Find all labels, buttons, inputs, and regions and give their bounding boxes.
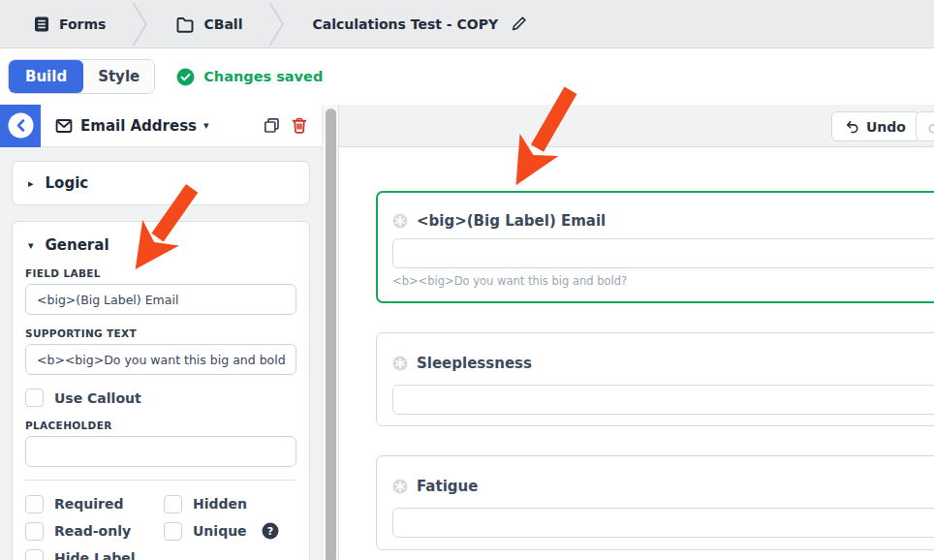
form-title: Calculations Test - COPY (312, 16, 498, 32)
redo-icon (927, 119, 934, 134)
field-input[interactable] (392, 238, 934, 268)
general-section-toggle[interactable]: ▾ General (25, 235, 296, 255)
collapse-sidebar-button[interactable] (0, 105, 41, 147)
chevron-down-icon[interactable]: ▾ (203, 119, 209, 132)
check-circle-icon (176, 68, 195, 86)
undo-button[interactable]: Undo (831, 111, 919, 141)
form-canvas: <big>(Big Label) Email <b><big>Do you wa… (339, 147, 934, 550)
undo-label: Undo (866, 119, 906, 135)
back-chevron-icon (8, 112, 34, 139)
placeholder-label: PLACEHOLDER (25, 420, 296, 431)
edit-pencil-icon (511, 16, 527, 32)
delete-field-button[interactable] (291, 116, 308, 135)
breadcrumb-separator (132, 0, 149, 48)
form-canvas-panel: Undo (339, 105, 934, 560)
mode-toggle: Build Style (8, 59, 155, 94)
sidebar-header: Email Address ▾ (0, 105, 322, 147)
form-field-card-sleeplessness[interactable]: Sleeplessness (376, 332, 934, 426)
asterisk-circle-icon (392, 479, 408, 494)
use-callout-label: Use Callout (54, 390, 141, 406)
svg-text:?: ? (266, 525, 272, 538)
hide-label-label: Hide Label (54, 550, 136, 560)
general-section-title: General (46, 236, 109, 254)
tab-build[interactable]: Build (9, 60, 83, 93)
read-only-option: Read-only (25, 521, 164, 541)
breadcrumb-workspace[interactable]: CBall (175, 16, 242, 33)
field-label-row: Fatigue (392, 478, 934, 495)
save-status-text: Changes saved (203, 69, 323, 84)
canvas-toolbar: Undo (339, 105, 934, 147)
field-input[interactable] (392, 508, 934, 538)
field-options-grid: Required Hidden Read-only Unique (25, 492, 296, 560)
required-label: Required (54, 496, 123, 512)
redo-button[interactable] (916, 111, 934, 141)
collapsed-triangle-icon: ▸ (28, 177, 34, 190)
read-only-label: Read-only (54, 523, 131, 539)
duplicate-icon (263, 116, 281, 135)
rename-form-button[interactable] (511, 16, 527, 32)
field-label-row: <big>(Big Label) Email (392, 212, 934, 230)
unique-help-button[interactable]: ? (262, 522, 279, 540)
field-label: Sleeplessness (417, 355, 532, 372)
trash-icon (291, 116, 308, 135)
use-callout-option: Use Callout (25, 389, 296, 407)
expanded-triangle-icon: ▾ (28, 239, 34, 252)
asterisk-circle-icon (392, 356, 408, 371)
breadcrumb: Forms CBall Calculations Test - COPY (0, 0, 934, 48)
placeholder-input[interactable] (25, 436, 296, 467)
breadcrumb-workspace-label: CBall (203, 16, 242, 32)
mode-bar: Build Style Changes saved (0, 48, 934, 105)
field-label-row: Sleeplessness (392, 355, 934, 372)
logic-section-title: Logic (46, 174, 89, 192)
field-type-selector[interactable]: Email Address (80, 117, 197, 135)
asterisk-circle-icon (392, 213, 408, 229)
sidebar-body: ▸ Logic ▾ General FIELD LABEL SUPPORTING… (0, 147, 322, 560)
general-section: ▾ General FIELD LABEL SUPPORTING TEXT Us… (12, 221, 310, 560)
form-field-card-email[interactable]: <big>(Big Label) Email <b><big>Do you wa… (376, 191, 934, 303)
section-divider (25, 480, 296, 481)
field-label: <big>(Big Label) Email (417, 212, 606, 230)
hidden-label: Hidden (193, 496, 247, 512)
field-supporting-text: <b><big>Do you want this big and bold? (392, 274, 934, 288)
email-field-icon (55, 117, 73, 135)
field-label-label: FIELD LABEL (25, 267, 296, 279)
duplicate-field-button[interactable] (263, 116, 281, 135)
field-label: Fatigue (417, 478, 478, 495)
breadcrumb-form-title: Calculations Test - COPY (312, 16, 498, 32)
forms-icon (33, 16, 50, 33)
required-option: Required (25, 494, 164, 513)
save-status: Changes saved (176, 68, 323, 86)
hidden-option: Hidden (164, 494, 296, 513)
breadcrumb-forms[interactable]: Forms (33, 16, 106, 33)
use-callout-checkbox[interactable] (25, 389, 44, 407)
unique-checkbox[interactable] (164, 522, 182, 541)
unique-label: Unique (193, 523, 247, 539)
hide-label-option: Hide Label (25, 548, 164, 560)
sidebar-scrollbar-thumb[interactable] (326, 109, 336, 560)
logic-section-toggle[interactable]: ▸ Logic (12, 161, 310, 205)
breadcrumb-separator (268, 0, 286, 48)
required-checkbox[interactable] (25, 495, 44, 513)
field-settings-sidebar: Email Address ▾ (0, 105, 322, 560)
breadcrumb-forms-label: Forms (59, 16, 106, 32)
tab-style[interactable]: Style (83, 60, 154, 93)
field-input[interactable] (392, 385, 934, 415)
supporting-text-input[interactable] (25, 344, 296, 375)
form-builder-screen: Forms CBall Calculations Test - COPY Bui… (0, 0, 934, 560)
field-label-input[interactable] (25, 284, 296, 315)
hidden-checkbox[interactable] (164, 495, 182, 513)
folder-icon (175, 16, 195, 33)
supporting-text-label: SUPPORTING TEXT (25, 327, 296, 339)
help-icon: ? (262, 522, 279, 540)
hide-label-checkbox[interactable] (25, 549, 44, 560)
form-field-card-fatigue[interactable]: Fatigue (376, 455, 934, 550)
sidebar-scrollbar (322, 105, 339, 560)
read-only-checkbox[interactable] (25, 522, 44, 541)
unique-option: Unique ? (164, 521, 296, 541)
undo-icon (845, 119, 859, 134)
